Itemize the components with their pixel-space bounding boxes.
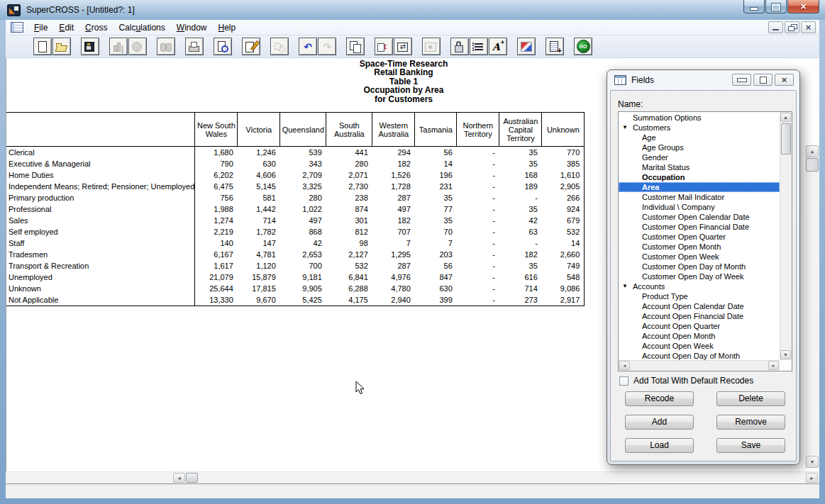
field-item-customer-open-day-of-week[interactable]: Customer Open Day of Week [619, 271, 780, 281]
remove-button[interactable]: Remove [716, 415, 785, 430]
dialog-maximize-button[interactable] [753, 74, 773, 86]
field-item-customers[interactable]: ▼Customers [619, 123, 780, 133]
field-item-product-type[interactable]: Product Type [619, 291, 780, 301]
column-header[interactable]: Queensland [280, 113, 326, 147]
field-item-customer-open-calendar-date[interactable]: Customer Open Calendar Date [619, 212, 780, 222]
scroll-left-button[interactable]: ◄ [173, 473, 185, 483]
field-item-individual-company[interactable]: Individual \ Company [619, 202, 780, 212]
field-item-marital-status[interactable]: Marital Status [619, 162, 780, 172]
row-label[interactable]: Staff [6, 237, 195, 249]
column-header[interactable]: South Australia [326, 113, 372, 147]
field-item-customer-open-week[interactable]: Customer Open Week [619, 252, 780, 262]
new-button[interactable] [33, 38, 52, 55]
column-header[interactable]: Tasmania [415, 113, 457, 147]
edit-annotations-button[interactable] [242, 38, 260, 55]
field-item-occupation[interactable]: Occupation [619, 172, 780, 182]
field-item-age[interactable]: Age [619, 133, 780, 142]
document-system-icon[interactable] [11, 22, 23, 33]
row-label[interactable]: Self employed [6, 226, 195, 237]
vertical-scroll-thumb[interactable] [806, 158, 819, 172]
row-label[interactable]: Professional [6, 203, 195, 215]
row-label[interactable]: Unknown [6, 283, 195, 294]
row-label[interactable]: Tradesmen [6, 249, 195, 260]
save-button[interactable] [81, 38, 99, 55]
field-item-account-open-quarter[interactable]: Account Open Quarter [619, 321, 780, 331]
lock-button[interactable] [450, 38, 469, 55]
open-button[interactable] [52, 38, 71, 55]
field-item-customer-open-financial-date[interactable]: Customer Open Financial Date [619, 222, 780, 232]
menu-calculations[interactable]: Calculations [113, 21, 170, 35]
field-item-account-open-day-of-month[interactable]: Account Open Day of Month [619, 351, 780, 360]
list-scroll-up-button[interactable]: ▲ [780, 113, 791, 122]
row-label[interactable]: Transport & Recreation [6, 260, 195, 271]
vertical-scrollbar[interactable]: ▲ ▼ [805, 145, 819, 468]
column-header[interactable]: Unknown [542, 113, 585, 147]
scroll-up-button[interactable]: ▲ [806, 145, 819, 157]
list-scroll-thumb[interactable] [781, 123, 791, 155]
menu-file[interactable]: File [28, 21, 53, 35]
field-item-age-groups[interactable]: Age Groups [619, 142, 780, 152]
column-header[interactable]: Northern Territory [457, 113, 499, 147]
colours-button[interactable] [517, 38, 536, 55]
mdi-close-button[interactable] [801, 21, 816, 33]
field-item-customer-open-quarter[interactable]: Customer Open Quarter [619, 232, 780, 242]
field-item-summation-options[interactable]: Summation Options [619, 113, 780, 123]
copy-button[interactable] [346, 38, 365, 55]
close-button[interactable]: × [787, 0, 819, 13]
font-size-button[interactable]: A [489, 38, 507, 55]
field-item-accounts[interactable]: ▼Accounts [619, 281, 780, 291]
field-item-customer-open-day-of-month[interactable]: Customer Open Day of Month [619, 262, 780, 271]
go-button[interactable]: GO [574, 38, 592, 55]
scroll-down-button[interactable]: ▼ [806, 456, 819, 468]
row-label[interactable]: Home Duties [6, 169, 195, 181]
recode-button[interactable]: ⇄ [394, 38, 412, 55]
menu-window[interactable]: Window [171, 21, 213, 35]
row-label[interactable]: Independent Means; Retired; Pensioner; U… [6, 181, 195, 192]
field-item-account-open-month[interactable]: Account Open Month [619, 331, 780, 341]
row-label[interactable]: Sales [6, 215, 195, 226]
find-button[interactable] [157, 38, 175, 55]
column-header[interactable]: Victoria [238, 113, 280, 147]
menu-cross[interactable]: Cross [79, 21, 113, 35]
field-item-account-open-financial-date[interactable]: Account Open Financial Date [619, 311, 780, 321]
field-options-button[interactable] [470, 38, 488, 55]
print-preview-button[interactable] [214, 38, 232, 55]
menu-edit[interactable]: Edit [53, 21, 79, 35]
add-total-checkbox[interactable] [619, 376, 629, 386]
save-button[interactable]: Save [716, 438, 785, 453]
row-label[interactable]: Primary production [6, 192, 195, 203]
fields-list-hscroll[interactable]: ◂ ▸ [619, 360, 780, 371]
column-header[interactable]: Western Australia [372, 113, 415, 147]
row-label[interactable]: Clerical [6, 147, 195, 159]
fields-list-vscroll[interactable]: ▲ ▼ [780, 112, 792, 360]
mdi-restore-button[interactable] [785, 21, 799, 33]
maximize-button[interactable] [765, 0, 787, 13]
column-header[interactable]: New South Wales [195, 113, 238, 147]
row-label[interactable]: Unemployed [6, 271, 195, 283]
dialog-close-button[interactable] [775, 74, 794, 86]
expander-icon[interactable]: ▼ [622, 281, 628, 291]
horizontal-scroll-thumb[interactable] [186, 473, 198, 483]
recode-button[interactable]: Recode [625, 391, 694, 406]
column-header[interactable]: Australian Capital Territory [499, 113, 542, 147]
bar-chart-button[interactable] [109, 38, 128, 55]
list-scroll-right-button[interactable]: ▸ [768, 361, 779, 370]
redo-button[interactable]: ↷ [318, 38, 336, 55]
derivations-button[interactable] [270, 38, 289, 55]
list-scroll-down-button[interactable]: ▼ [780, 350, 791, 359]
row-label[interactable]: Not Applicable [6, 294, 195, 306]
dialog-minimize-button[interactable] [732, 74, 751, 86]
mdi-minimize-button[interactable] [768, 21, 783, 33]
row-label[interactable]: Executive & Managerial [6, 158, 195, 169]
fields-dialog-title-bar[interactable]: Fields [607, 70, 799, 90]
field-item-area[interactable]: Area [619, 182, 780, 192]
delete-button[interactable]: Delete [716, 391, 785, 406]
add-annotation-button[interactable] [546, 38, 564, 55]
field-item-customer-open-month[interactable]: Customer Open Month [619, 242, 780, 252]
fields-list[interactable]: Summation Options▼CustomersAgeAge Groups… [618, 111, 792, 371]
print-button[interactable] [185, 38, 204, 55]
list-scroll-left-button[interactable]: ◂ [619, 361, 630, 370]
add-button[interactable]: Add [625, 415, 694, 430]
field-item-gender[interactable]: Gender [619, 152, 780, 162]
expander-icon[interactable]: ▼ [622, 123, 628, 133]
